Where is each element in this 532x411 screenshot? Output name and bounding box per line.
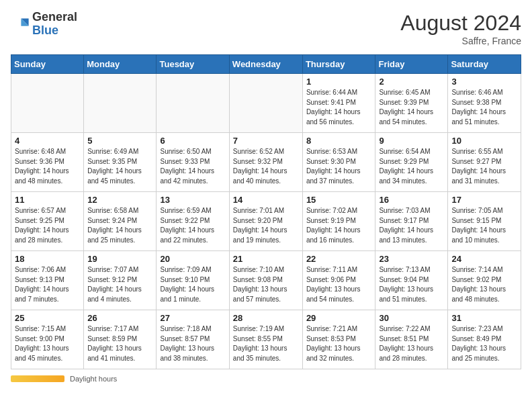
day-info: Sunrise: 6:49 AM Sunset: 9:35 PM Dayligh…	[87, 147, 152, 186]
day-info: Sunrise: 7:02 AM Sunset: 9:19 PM Dayligh…	[306, 206, 372, 245]
weekday-header: Thursday	[302, 55, 375, 74]
day-info: Sunrise: 7:01 AM Sunset: 9:20 PM Dayligh…	[233, 206, 299, 245]
day-number: 18	[15, 254, 80, 264]
day-number: 20	[160, 254, 225, 264]
calendar-cell: 19Sunrise: 7:07 AM Sunset: 9:12 PM Dayli…	[84, 251, 157, 310]
day-info: Sunrise: 7:18 AM Sunset: 8:57 PM Dayligh…	[160, 324, 225, 363]
calendar-cell: 21Sunrise: 7:10 AM Sunset: 9:08 PM Dayli…	[229, 251, 302, 310]
day-info: Sunrise: 7:21 AM Sunset: 8:53 PM Dayligh…	[306, 324, 372, 363]
day-number: 23	[379, 254, 444, 264]
day-info: Sunrise: 6:58 AM Sunset: 9:24 PM Dayligh…	[87, 206, 152, 245]
calendar-cell: 24Sunrise: 7:14 AM Sunset: 9:02 PM Dayli…	[448, 251, 521, 310]
day-number: 3	[451, 77, 517, 87]
logo: General Blue	[11, 11, 77, 38]
day-number: 7	[233, 136, 299, 146]
calendar-cell: 8Sunrise: 6:53 AM Sunset: 9:30 PM Daylig…	[302, 133, 375, 192]
day-number: 2	[379, 77, 444, 87]
calendar-header: SundayMondayTuesdayWednesdayThursdayFrid…	[11, 55, 521, 74]
calendar-cell: 30Sunrise: 7:22 AM Sunset: 8:51 PM Dayli…	[375, 310, 448, 369]
month-year: August 2024	[400, 11, 521, 36]
day-info: Sunrise: 6:59 AM Sunset: 9:22 PM Dayligh…	[160, 206, 225, 245]
weekday-header: Sunday	[11, 55, 84, 74]
day-number: 15	[306, 195, 372, 205]
calendar-cell: 28Sunrise: 7:19 AM Sunset: 8:55 PM Dayli…	[229, 310, 302, 369]
logo-general: General	[32, 10, 77, 24]
calendar-cell: 6Sunrise: 6:50 AM Sunset: 9:33 PM Daylig…	[157, 133, 229, 192]
day-number: 10	[451, 136, 517, 146]
calendar-cell: 29Sunrise: 7:21 AM Sunset: 8:53 PM Dayli…	[302, 310, 375, 369]
day-number: 9	[379, 136, 444, 146]
day-number: 19	[87, 254, 152, 264]
calendar-cell: 10Sunrise: 6:55 AM Sunset: 9:27 PM Dayli…	[448, 133, 521, 192]
calendar-cell: 14Sunrise: 7:01 AM Sunset: 9:20 PM Dayli…	[229, 192, 302, 251]
day-number: 8	[306, 136, 372, 146]
calendar-cell: 16Sunrise: 7:03 AM Sunset: 9:17 PM Dayli…	[375, 192, 448, 251]
day-info: Sunrise: 7:05 AM Sunset: 9:15 PM Dayligh…	[451, 206, 517, 245]
weekday-header: Monday	[84, 55, 157, 74]
calendar-cell: 25Sunrise: 7:15 AM Sunset: 9:00 PM Dayli…	[11, 310, 84, 369]
calendar-cell: 12Sunrise: 6:58 AM Sunset: 9:24 PM Dayli…	[84, 192, 157, 251]
day-info: Sunrise: 6:50 AM Sunset: 9:33 PM Dayligh…	[160, 147, 225, 186]
day-info: Sunrise: 6:57 AM Sunset: 9:25 PM Dayligh…	[15, 206, 80, 245]
calendar-cell: 23Sunrise: 7:13 AM Sunset: 9:04 PM Dayli…	[375, 251, 448, 310]
day-info: Sunrise: 7:06 AM Sunset: 9:13 PM Dayligh…	[15, 265, 80, 304]
day-number: 26	[87, 313, 152, 323]
day-number: 21	[233, 254, 299, 264]
day-info: Sunrise: 7:10 AM Sunset: 9:08 PM Dayligh…	[233, 265, 299, 304]
calendar-cell: 4Sunrise: 6:48 AM Sunset: 9:36 PM Daylig…	[11, 133, 84, 192]
calendar-cell: 31Sunrise: 7:23 AM Sunset: 8:49 PM Dayli…	[448, 310, 521, 369]
day-number: 4	[15, 136, 80, 146]
calendar-cell: 5Sunrise: 6:49 AM Sunset: 9:35 PM Daylig…	[84, 133, 157, 192]
day-info: Sunrise: 7:22 AM Sunset: 8:51 PM Dayligh…	[379, 324, 444, 363]
day-info: Sunrise: 7:15 AM Sunset: 9:00 PM Dayligh…	[15, 324, 80, 363]
day-number: 16	[379, 195, 444, 205]
day-info: Sunrise: 6:46 AM Sunset: 9:38 PM Dayligh…	[451, 88, 517, 127]
calendar-cell: 18Sunrise: 7:06 AM Sunset: 9:13 PM Dayli…	[11, 251, 84, 310]
calendar-cell: 27Sunrise: 7:18 AM Sunset: 8:57 PM Dayli…	[157, 310, 229, 369]
day-info: Sunrise: 7:17 AM Sunset: 8:59 PM Dayligh…	[87, 324, 152, 363]
weekday-header: Saturday	[448, 55, 521, 74]
page-header: General Blue August 2024 Saffre, France	[11, 11, 521, 46]
logo-icon	[11, 15, 30, 34]
day-info: Sunrise: 6:54 AM Sunset: 9:29 PM Dayligh…	[379, 147, 444, 186]
day-number: 30	[379, 313, 444, 323]
week-row: 25Sunrise: 7:15 AM Sunset: 9:00 PM Dayli…	[11, 310, 521, 369]
calendar-cell: 17Sunrise: 7:05 AM Sunset: 9:15 PM Dayli…	[448, 192, 521, 251]
calendar-cell: 22Sunrise: 7:11 AM Sunset: 9:06 PM Dayli…	[302, 251, 375, 310]
day-info: Sunrise: 6:44 AM Sunset: 9:41 PM Dayligh…	[306, 88, 372, 127]
day-number: 17	[451, 195, 517, 205]
daylight-bar-icon	[11, 375, 64, 382]
day-number: 5	[87, 136, 152, 146]
day-info: Sunrise: 7:19 AM Sunset: 8:55 PM Dayligh…	[233, 324, 299, 363]
calendar-cell: 3Sunrise: 6:46 AM Sunset: 9:38 PM Daylig…	[448, 74, 521, 133]
weekday-header: Friday	[375, 55, 448, 74]
calendar-cell: 2Sunrise: 6:45 AM Sunset: 9:39 PM Daylig…	[375, 74, 448, 133]
day-number: 31	[451, 313, 517, 323]
calendar-cell: 20Sunrise: 7:09 AM Sunset: 9:10 PM Dayli…	[157, 251, 229, 310]
title-block: August 2024 Saffre, France	[400, 11, 521, 46]
day-number: 11	[15, 195, 80, 205]
day-number: 12	[87, 195, 152, 205]
calendar-cell: 7Sunrise: 6:52 AM Sunset: 9:32 PM Daylig…	[229, 133, 302, 192]
week-row: 1Sunrise: 6:44 AM Sunset: 9:41 PM Daylig…	[11, 74, 521, 133]
day-number: 28	[233, 313, 299, 323]
day-number: 25	[15, 313, 80, 323]
weekday-header-row: SundayMondayTuesdayWednesdayThursdayFrid…	[11, 55, 521, 74]
calendar-cell: 26Sunrise: 7:17 AM Sunset: 8:59 PM Dayli…	[84, 310, 157, 369]
day-info: Sunrise: 6:52 AM Sunset: 9:32 PM Dayligh…	[233, 147, 299, 186]
day-info: Sunrise: 7:03 AM Sunset: 9:17 PM Dayligh…	[379, 206, 444, 245]
week-row: 18Sunrise: 7:06 AM Sunset: 9:13 PM Dayli…	[11, 251, 521, 310]
day-number: 29	[306, 313, 372, 323]
week-row: 4Sunrise: 6:48 AM Sunset: 9:36 PM Daylig…	[11, 133, 521, 192]
calendar-body: 1Sunrise: 6:44 AM Sunset: 9:41 PM Daylig…	[11, 74, 521, 369]
calendar-cell	[157, 74, 229, 133]
day-info: Sunrise: 7:13 AM Sunset: 9:04 PM Dayligh…	[379, 265, 444, 304]
calendar-cell	[229, 74, 302, 133]
footer: Daylight hours	[11, 375, 521, 383]
day-number: 24	[451, 254, 517, 264]
week-row: 11Sunrise: 6:57 AM Sunset: 9:25 PM Dayli…	[11, 192, 521, 251]
day-number: 6	[160, 136, 225, 146]
logo-text: General Blue	[32, 11, 77, 38]
logo-blue: Blue	[32, 24, 58, 37]
day-number: 14	[233, 195, 299, 205]
